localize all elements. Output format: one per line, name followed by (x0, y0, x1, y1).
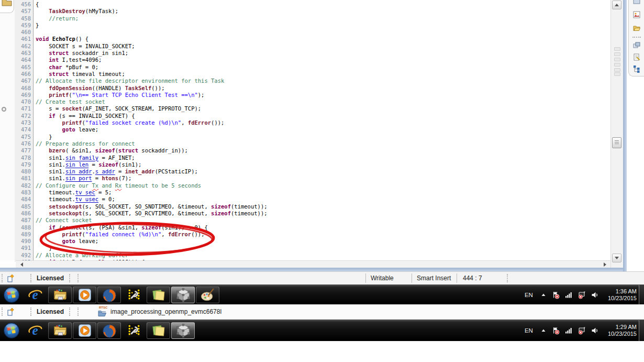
line-number[interactable]: 464 (15, 57, 33, 63)
scroll-right-button[interactable] (601, 261, 608, 267)
code-line[interactable]: // Allocate the file descriptor environm… (36, 78, 609, 84)
open-folder-icon[interactable] (632, 23, 641, 32)
code-line[interactable]: printf("\n== Start TCP Echo Client Test … (36, 92, 609, 98)
code-line[interactable]: // Create test socket (36, 98, 609, 105)
line-number[interactable]: 481 (15, 175, 33, 182)
line-number[interactable]: 477 (15, 147, 33, 154)
volume-icon[interactable] (591, 291, 599, 299)
line-number[interactable]: 465 (15, 64, 33, 71)
taskbar-app-media-player[interactable] (73, 322, 96, 339)
line-number[interactable]: 460 (15, 29, 33, 36)
taskbar-app-paint[interactable] (196, 287, 219, 303)
code-line[interactable]: struct sockaddr_in sin1; (36, 50, 609, 57)
line-number[interactable]: 487 (15, 217, 33, 224)
clock[interactable]: 1:36 AM10/23/2015 (608, 288, 637, 302)
code-line[interactable]: SOCKET s = INVALID_SOCKET; (36, 43, 609, 50)
code-line[interactable]: if (connect(s, (PSA) &sin1, sizeof(sin1)… (36, 224, 609, 231)
taskbar-app-firefox[interactable] (97, 322, 121, 339)
code-line[interactable]: goto leave; (36, 238, 609, 245)
language-indicator[interactable]: EN (525, 327, 533, 334)
start-button[interactable] (1, 287, 23, 303)
language-indicator[interactable]: EN (525, 292, 533, 298)
code-line[interactable]: char *pBuf = 0; (36, 64, 609, 71)
code-line[interactable]: goto leave; (36, 126, 609, 133)
line-number[interactable]: 468 (15, 85, 33, 92)
code-line[interactable]: } (36, 22, 609, 29)
taskbar-app-media-player[interactable] (73, 287, 96, 303)
code-line[interactable] (36, 29, 609, 36)
outline-view-icon[interactable] (632, 64, 641, 73)
line-number[interactable]: 467 (15, 78, 33, 84)
code-line[interactable]: if (s == INVALID_SOCKET) { (36, 113, 609, 119)
show-desktop-button[interactable] (639, 285, 644, 304)
line-number[interactable]: 463 (15, 50, 33, 57)
vertical-scrollbar[interactable] (610, 0, 623, 268)
line-number[interactable]: 482 (15, 182, 33, 189)
code-line[interactable]: //return; (36, 15, 609, 22)
line-number[interactable]: 466 (15, 71, 33, 78)
line-number[interactable]: 492 (15, 252, 33, 259)
code-line[interactable]: sin1.sin_family = AF_INET; (36, 155, 609, 161)
code-line[interactable]: printf("failed connect (%d)\n", fdError(… (36, 231, 609, 238)
code-line[interactable]: } (36, 245, 609, 251)
code-line[interactable]: void EchoTcp() { (36, 36, 609, 42)
line-number[interactable]: 490 (15, 238, 33, 245)
line-number[interactable]: 470 (15, 98, 33, 105)
action-center-flag-icon[interactable] (551, 326, 560, 335)
taskbar-app-sticky-notes[interactable] (147, 287, 170, 303)
display-error-icon[interactable] (578, 326, 586, 335)
line-number[interactable]: 473 (15, 119, 33, 126)
line-number[interactable]: 484 (15, 196, 33, 203)
line-number[interactable]: 456 (15, 1, 33, 8)
line-number[interactable]: 483 (15, 189, 33, 196)
start-button[interactable] (1, 322, 23, 339)
network-signal-icon[interactable] (564, 326, 573, 335)
line-number[interactable]: 461 (15, 36, 33, 42)
code-line[interactable]: { (36, 1, 609, 8)
taskbar-app-3d-cube[interactable] (171, 322, 195, 339)
line-number[interactable]: 462 (15, 43, 33, 50)
annotation-ruler[interactable] (0, 0, 15, 260)
line-number-gutter[interactable]: 4564574584594604614624634644654664674684… (15, 0, 34, 262)
line-number[interactable]: 479 (15, 161, 33, 168)
file-edit-icon[interactable] (632, 52, 641, 62)
editor-pane[interactable]: 4564574584594604614624634644654664674684… (0, 0, 644, 271)
scroll-left-button[interactable] (18, 261, 25, 267)
taskbar-app-code-composer[interactable] (122, 287, 146, 303)
line-number[interactable]: 472 (15, 113, 33, 119)
code-line[interactable]: timeout.tv_usec = 0; (36, 196, 609, 203)
code-line[interactable]: } (36, 134, 609, 140)
code-line[interactable]: sin1.sin_port = htons(7); (36, 175, 609, 182)
vertical-scrollbar-thumb[interactable] (612, 137, 621, 148)
hidden-icons-arrow[interactable] (540, 327, 547, 334)
horizontal-scrollbar[interactable] (16, 260, 610, 268)
code-line[interactable]: int I,test=4096; (36, 57, 609, 63)
line-number[interactable]: 480 (15, 168, 33, 175)
project-entry[interactable]: RTSC image_processing_openmp_evmc6678l (97, 304, 221, 319)
code-line[interactable]: // Connect socket (36, 217, 609, 224)
code-line[interactable]: // Configure our Tx and Rx timeout to be… (36, 182, 609, 189)
code-line[interactable]: sin1.sin_addr.s_addr = inet_addr(PCStati… (36, 168, 609, 175)
scroll-up-button[interactable] (612, 1, 621, 9)
line-number[interactable]: 489 (15, 231, 33, 238)
line-number[interactable]: 491 (15, 245, 33, 251)
taskbar-app-3d-cube[interactable] (171, 287, 195, 303)
line-number[interactable]: 469 (15, 92, 33, 98)
code-line[interactable]: TaskDestroy(hMyTask); (36, 8, 609, 15)
code-line[interactable]: // Prepare address for connect (36, 140, 609, 147)
cascade-windows-icon[interactable] (632, 41, 641, 50)
window-view-icon[interactable] (632, 0, 641, 6)
line-number[interactable]: 458 (15, 15, 33, 22)
line-number[interactable]: 471 (15, 105, 33, 112)
line-number[interactable]: 457 (15, 8, 33, 15)
bookmark-marker[interactable] (2, 107, 6, 112)
taskbar-app-sticky-notes[interactable] (147, 322, 170, 339)
show-desktop-button[interactable] (639, 320, 644, 341)
network-signal-icon[interactable] (564, 291, 573, 299)
code-line[interactable]: // Allocate a working buffer (36, 252, 609, 259)
line-number[interactable]: 475 (15, 134, 33, 140)
code-line[interactable]: fdOpenSession((HANDLE) TaskSelf()); (36, 85, 609, 92)
scroll-down-button[interactable] (612, 254, 621, 262)
code-content[interactable]: { TaskDestroy(hMyTask); //return;} void … (36, 0, 609, 265)
line-number[interactable]: 478 (15, 155, 33, 161)
